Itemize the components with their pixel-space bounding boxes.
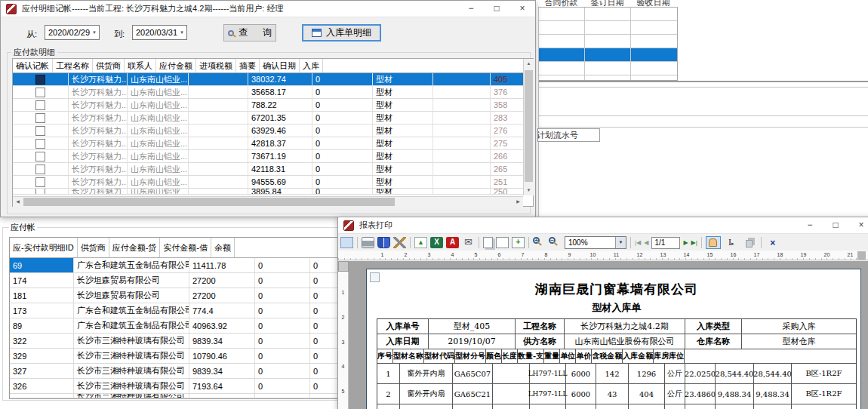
confirm-checkbox[interactable] [35,139,45,149]
next-page-button[interactable]: ▶ [683,237,688,248]
detail-row[interactable]: 长沙万科魅力... 山东南山铝业... 42818.37 0 型材 275 [13,137,523,150]
confirm-checkbox[interactable] [35,75,45,85]
last-page-button[interactable]: ▶| [691,237,697,248]
export-icon[interactable]: ▲ [414,237,427,248]
payable-row[interactable]: 181 长沙坦森贸易有限公司 27200 0 0 [10,288,346,303]
contract-table-row[interactable] [539,75,677,81]
detail-column-header[interactable]: 确认日期 [260,59,300,72]
payable-row[interactable]: 69 广东合和建筑五金制品有限公司 11411.78 0 0 [10,258,346,273]
detail-column-header[interactable]: 工程名称 [53,59,93,72]
vertical-scrollbar[interactable]: ▲ ▼ [523,59,534,195]
detail-row[interactable]: 长沙万科魅力... 山东南山铝业... 35658.17 0 型材 376 [13,86,523,99]
report-titlebar[interactable]: 报表打印 − □ × [338,217,868,234]
confirm-checkbox[interactable] [35,113,45,123]
payable-row[interactable]: 327 长沙市三湘特种玻璃有限公司 9839.34 0 0 [10,364,346,379]
payable-row[interactable]: 173 广东合和建筑五金制品有限公司 774.4 0 0 [10,303,346,318]
detail-column-header[interactable]: 入库 [300,59,323,72]
detail-row[interactable]: 长沙万科魅力... 山东南山铝业... 42118.31 0 型材 265 [13,163,523,176]
zoom-out-icon[interactable]: − [549,237,562,248]
mail-export-icon[interactable]: ✉ [462,237,475,248]
first-page-button[interactable]: |◀ [635,237,641,248]
contract-table-row[interactable] [539,62,677,75]
page-setup-icon[interactable] [483,237,493,248]
payable-column-header[interactable]: 实付金额-借 [160,238,211,257]
inbound-detail-button[interactable]: 入库单明细 [302,24,381,42]
payable-row[interactable]: 326 长沙市三湘特种玻璃有限公司 7193.64 0 0 [10,379,346,394]
query-button[interactable]: 查 询 [223,24,276,42]
detail-column-header[interactable]: 应付金额 [156,59,196,72]
detail-column-header[interactable]: 进项税额 [196,59,236,72]
detail-column-header[interactable]: 供货商 [93,59,125,72]
book-preview-icon[interactable] [377,237,390,248]
scrollbar-thumb[interactable] [23,198,395,206]
prev-page-button[interactable]: ◀ [644,237,648,248]
payable-column-header[interactable]: 余额 [211,238,235,257]
payable-row[interactable]: 174 长沙坦森贸易有限公司 27200 0 0 [10,273,346,288]
payable-row[interactable]: 322 长沙市三湘特种玻璃有限公司 9839.34 0 0 [10,334,346,349]
excel-export-icon[interactable]: X [430,237,443,248]
text-select-button[interactable]: I [724,236,739,249]
multi-page-icon[interactable]: + [512,237,525,248]
scroll-down-icon[interactable]: ▼ [524,186,534,195]
close-preview-button[interactable]: × [765,236,780,249]
plan-serial-field[interactable]: 计划流水号 [537,128,600,142]
payable-column-header[interactable]: 供货商 [78,238,109,257]
chevron-down-icon[interactable]: ▼ [92,30,97,35]
confirm-checkbox[interactable] [35,152,45,161]
contract-table-row[interactable] [539,21,677,35]
copy-pages-button[interactable] [742,236,757,249]
detail-row[interactable]: 长沙万科魅力... 山东南山铝业... 788.22 0 型材 358 [13,99,523,112]
detail-row[interactable]: 长沙万科魅力... 山东南山铝业... 67201.35 0 型材 283 [13,112,523,125]
single-page-icon[interactable] [496,237,509,248]
zoom-select[interactable]: 100% ▼ [565,236,626,249]
minimize-icon[interactable]: − [458,1,484,17]
detail-row[interactable]: 长沙万科魅力 山东南山铝业 3895.84 0 型材 250 [13,189,523,195]
pdf-export-icon[interactable]: A [446,237,459,248]
confirm-checkbox[interactable] [35,165,45,174]
scrollbar-thumb[interactable] [525,70,533,182]
close-icon[interactable]: × [509,1,535,17]
close-icon[interactable]: × [848,217,868,233]
design-view-icon[interactable] [340,237,353,248]
confirm-checkbox[interactable] [35,100,45,110]
report-preview-area[interactable]: 1 2 3 4 5 湖南巨晟门窗幕墙有限公司 型材入库单 [338,261,868,409]
detail-row[interactable]: 长沙万科魅力... 山东南山铝业... 73671.19 0 型材 266 [13,150,523,163]
payable-row[interactable]: 89 广东合和建筑五金制品有限公司 40963.92 0 0 [10,318,346,334]
detail-row[interactable]: 长沙万科魅力... 山东南山铝业... 63929.46 0 型材 276 [13,125,523,137]
payable-column-header[interactable]: 应付金额-贷 [109,238,161,257]
maximize-icon[interactable]: □ [484,1,509,17]
page-number-input[interactable]: 1/1 [651,237,680,249]
zoom-in-icon[interactable]: + [533,237,546,248]
confirm-checkbox[interactable] [35,88,45,97]
to-date-combobox[interactable]: 2020/03/31 ▼ [132,25,187,40]
report-column-header: 型材名称 [393,349,424,363]
window1-titlebar[interactable]: 应付明细记帐------当前工程: 长沙万科魅力之城4.2期------当前用户… [1,1,535,17]
detail-row[interactable]: 长沙万科魅力... 山东南山铝业... 94555.69 0 型材 251 [13,176,523,189]
payable-row[interactable]: 长沙市三湘特种玻璃有限公司 [10,394,346,398]
contract-table-row[interactable] [539,48,677,62]
tools-icon[interactable] [393,237,406,248]
scroll-left-icon[interactable]: ◀ [13,197,23,207]
from-date-combobox[interactable]: 2020/02/29 ▼ [45,25,100,40]
scroll-right-icon[interactable]: ▶ [513,197,523,207]
detail-column-header[interactable]: 联系人 [125,59,156,72]
payable-row[interactable]: 329 长沙市三湘特种玻璃有限公司 10790.46 0 0 [10,349,346,364]
detail-column-header[interactable]: 确认记帐 [13,59,53,72]
confirm-checkbox[interactable] [35,189,45,194]
printer-icon[interactable] [362,237,374,248]
scroll-up-icon[interactable]: ▲ [524,59,534,69]
contract-table-row[interactable] [539,8,677,21]
maximize-icon[interactable]: □ [823,217,848,233]
detail-column-header[interactable]: 摘要 [236,59,260,72]
hand-tool-button[interactable] [706,236,721,249]
chevron-down-icon[interactable]: ▼ [615,237,626,248]
horizontal-scrollbar[interactable]: ◀ ▶ [13,196,523,207]
payable-column-header[interactable]: 应-实付款明细ID [10,238,78,257]
confirm-checkbox[interactable] [35,177,45,187]
minimize-icon[interactable]: − [797,217,823,233]
detail-row[interactable]: 长沙万科魅力... 山东南山铝业... 38032.74 0 型材 405 [13,73,523,86]
contract-table-row[interactable] [539,35,677,48]
report-page[interactable]: 湖南巨晟门窗幕墙有限公司 型材入库单 入库单号 型材_405 工程名称 长沙万科… [366,269,861,409]
chevron-down-icon[interactable]: ▼ [180,30,184,35]
confirm-checkbox[interactable] [35,126,45,136]
